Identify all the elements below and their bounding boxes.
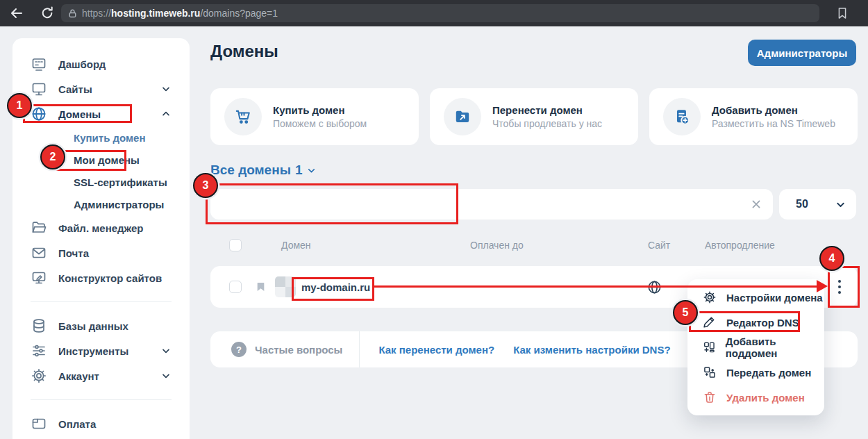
menu-item-label: Добавить поддомен	[726, 336, 824, 359]
annotation-badge-5: 5	[673, 300, 698, 325]
url-host: hosting.timeweb.ru	[111, 8, 200, 19]
card-title: Перенести домен	[492, 104, 602, 116]
bookmark-icon[interactable]	[255, 279, 267, 295]
sidebar-item-label: Инструменты	[58, 345, 128, 357]
folder-icon	[31, 220, 47, 236]
page-size-select[interactable]: 50	[779, 189, 856, 220]
annotation-box-my-domains	[56, 150, 126, 171]
divider	[31, 399, 172, 400]
row-checkbox[interactable]	[229, 281, 242, 293]
bookmark-icon[interactable]	[835, 6, 849, 21]
reload-icon[interactable]	[39, 5, 56, 22]
url-scheme: https://	[82, 8, 111, 19]
grid-plus-icon	[703, 340, 716, 354]
sites-icon	[31, 81, 47, 97]
chevron-down-icon	[835, 199, 846, 210]
annotation-box-domains	[23, 104, 132, 123]
all-domains-label: Все домены	[210, 163, 291, 178]
card-subtitle: Чтобы продлевать у нас	[492, 118, 602, 129]
browser-bar: https://hosting.timeweb.ru/domains?page=…	[0, 0, 868, 26]
chevron-down-icon	[306, 165, 317, 176]
page-size-value: 50	[796, 198, 808, 210]
cart-icon	[234, 108, 252, 126]
sidebar-subitem-ssl[interactable]: SSL-сертификаты	[12, 171, 190, 193]
annotation-badge-3: 3	[193, 173, 218, 198]
menu-item-delete-domain[interactable]: Удалить домен	[687, 385, 824, 410]
card-title: Купить домен	[273, 104, 367, 116]
database-icon	[31, 317, 47, 334]
sidebar: Дашборд Сайты Домены Купить домен Мои до…	[12, 38, 190, 439]
lock-icon	[67, 8, 78, 19]
address-bar[interactable]: https://hosting.timeweb.ru/domains?page=…	[61, 4, 819, 22]
sidebar-item-label: Конструктор сайтов	[58, 272, 162, 284]
clear-icon[interactable]	[749, 197, 763, 211]
faq-link-dns-settings[interactable]: Как изменить настройки DNS?	[513, 344, 670, 356]
transfer-domain-card[interactable]: Перенести домен Чтобы продлевать у нас	[430, 88, 638, 145]
sidebar-item-label: Оплата	[58, 418, 96, 430]
menu-item-label: Настройки домена	[726, 292, 823, 304]
domain-context-menu: Настройки домена Редактор DNS Добавить п…	[687, 279, 824, 415]
buy-domain-card[interactable]: Купить домен Поможем с выбором	[210, 88, 419, 145]
question-icon: ?	[231, 342, 247, 357]
column-header-site: Сайт	[648, 240, 670, 251]
page-title: Домены	[210, 42, 278, 61]
folder-share-icon	[453, 108, 471, 126]
all-domains-count: 1	[295, 163, 303, 178]
divider	[31, 301, 172, 302]
sidebar-subitem-admins[interactable]: Администраторы	[12, 193, 190, 215]
menu-item-label: Передать домен	[726, 367, 811, 379]
faq-link-transfer-domain[interactable]: Как перенести домен?	[378, 344, 494, 356]
annotation-box-domain-name	[292, 277, 374, 301]
screenshot-stage: https://hosting.timeweb.ru/domains?page=…	[0, 0, 868, 439]
sidebar-item-label: Аккаунт	[58, 370, 99, 382]
sidebar-item-databases[interactable]: Базы данных	[12, 313, 190, 338]
chevron-up-icon	[160, 108, 172, 119]
mail-icon	[31, 245, 47, 261]
annotation-box-actions-menu	[828, 266, 860, 308]
divider	[359, 331, 360, 367]
action-cards: Купить домен Поможем с выбором Перенести…	[210, 88, 858, 145]
menu-item-domain-settings[interactable]: Настройки домена	[687, 285, 824, 310]
sidebar-subitem-buy-domain[interactable]: Купить домен	[12, 126, 190, 149]
back-icon[interactable]	[8, 5, 25, 22]
sidebar-item-label: Дашборд	[58, 58, 106, 70]
annotation-badge-4: 4	[819, 246, 844, 271]
trash-icon	[703, 390, 717, 404]
sidebar-item-label: Сайты	[58, 83, 92, 95]
sidebar-item-sites[interactable]: Сайты	[12, 76, 190, 101]
annotation-box-search	[206, 183, 458, 224]
sidebar-item-mail[interactable]: Почта	[12, 240, 190, 265]
sidebar-item-account[interactable]: Аккаунт	[12, 363, 190, 388]
faq-label: Частые вопросы	[255, 344, 342, 356]
all-domains-dropdown[interactable]: Все домены 1	[210, 163, 317, 178]
select-all-checkbox[interactable]	[229, 239, 242, 251]
dashboard-icon	[31, 56, 47, 72]
sidebar-item-tools[interactable]: Инструменты	[12, 338, 190, 363]
gear-icon	[703, 290, 717, 304]
sidebar-item-dashboard[interactable]: Дашборд	[12, 51, 190, 76]
sidebar-item-payment[interactable]: Оплата	[12, 411, 190, 436]
administrators-button[interactable]: Администраторы	[748, 40, 856, 66]
menu-item-add-subdomain[interactable]: Добавить поддомен	[687, 335, 824, 360]
card-icon	[31, 415, 47, 432]
annotation-arrowhead	[817, 280, 828, 292]
annotation-badge-2: 2	[40, 144, 65, 169]
sidebar-item-site-builder[interactable]: Конструктор сайтов	[12, 265, 190, 290]
annotation-badge-1: 1	[7, 93, 32, 118]
sidebar-item-file-manager[interactable]: Файл. менеджер	[12, 215, 190, 240]
menu-item-label: Удалить домен	[726, 392, 805, 404]
annotation-arrow	[374, 285, 819, 288]
file-add-icon	[673, 108, 691, 126]
annotation-box-dns-editor	[689, 311, 800, 332]
transfer-icon	[703, 365, 717, 379]
chevron-down-icon	[160, 83, 172, 94]
chevron-down-icon	[160, 370, 172, 381]
menu-item-transfer-domain[interactable]: Передать домен	[687, 360, 824, 385]
column-header-domain: Домен	[281, 240, 311, 251]
sidebar-item-label: Базы данных	[58, 320, 128, 332]
sidebar-item-label: Файл. менеджер	[58, 222, 144, 234]
card-subtitle: Разместить на NS Timeweb	[712, 118, 835, 129]
sliders-icon	[31, 342, 47, 359]
site-builder-icon	[31, 270, 47, 286]
add-domain-card[interactable]: Добавить домен Разместить на NS Timeweb	[649, 88, 858, 145]
